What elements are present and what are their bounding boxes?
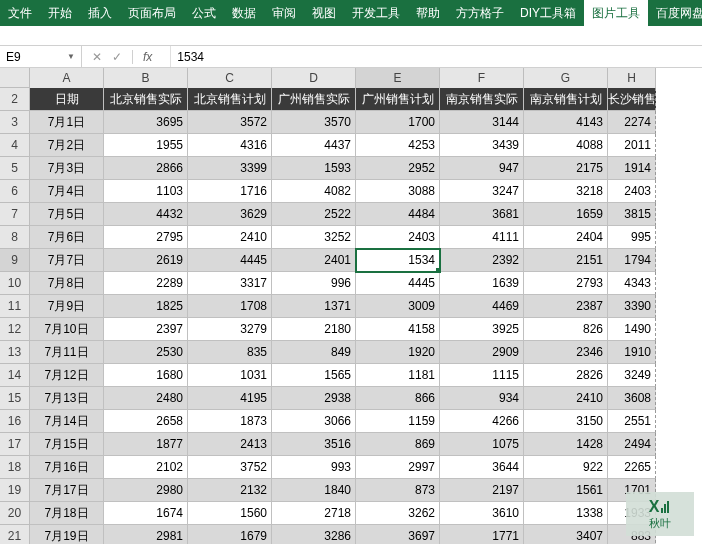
cell-10-H[interactable]: 4343 <box>608 272 656 295</box>
cell-11-H[interactable]: 3390 <box>608 295 656 318</box>
cell-8-G[interactable]: 2404 <box>524 226 608 249</box>
cell-6-H[interactable]: 2403 <box>608 180 656 203</box>
row-header-2[interactable]: 2 <box>0 88 30 111</box>
cell-13-E[interactable]: 1920 <box>356 341 440 364</box>
header-cell-1[interactable]: 北京销售实际 <box>104 88 188 111</box>
cell-6-D[interactable]: 4082 <box>272 180 356 203</box>
cell-11-B[interactable]: 1825 <box>104 295 188 318</box>
cell-18-C[interactable]: 3752 <box>188 456 272 479</box>
cell-8-D[interactable]: 3252 <box>272 226 356 249</box>
row-header-13[interactable]: 13 <box>0 341 30 364</box>
cell-10-B[interactable]: 2289 <box>104 272 188 295</box>
cell-4-C[interactable]: 4316 <box>188 134 272 157</box>
cell-9-B[interactable]: 2619 <box>104 249 188 272</box>
cell-17-B[interactable]: 1877 <box>104 433 188 456</box>
cell-15-E[interactable]: 866 <box>356 387 440 410</box>
cell-9-D[interactable]: 2401 <box>272 249 356 272</box>
ribbon-tab-5[interactable]: 数据 <box>224 0 264 26</box>
name-box-dropdown-icon[interactable]: ▼ <box>67 52 75 61</box>
cell-3-F[interactable]: 3144 <box>440 111 524 134</box>
cell-8-B[interactable]: 2795 <box>104 226 188 249</box>
cell-15-B[interactable]: 2480 <box>104 387 188 410</box>
cell-17-G[interactable]: 1428 <box>524 433 608 456</box>
cell-8-H[interactable]: 995 <box>608 226 656 249</box>
cell-6-B[interactable]: 1103 <box>104 180 188 203</box>
cell-7-G[interactable]: 1659 <box>524 203 608 226</box>
ribbon-tab-0[interactable]: 文件 <box>0 0 40 26</box>
cell-11-A[interactable]: 7月9日 <box>30 295 104 318</box>
cell-14-G[interactable]: 2826 <box>524 364 608 387</box>
cell-21-B[interactable]: 2981 <box>104 525 188 544</box>
row-header-14[interactable]: 14 <box>0 364 30 387</box>
row-header-4[interactable]: 4 <box>0 134 30 157</box>
cell-3-C[interactable]: 3572 <box>188 111 272 134</box>
cell-15-D[interactable]: 2938 <box>272 387 356 410</box>
cell-13-F[interactable]: 2909 <box>440 341 524 364</box>
cell-10-F[interactable]: 1639 <box>440 272 524 295</box>
cell-3-B[interactable]: 3695 <box>104 111 188 134</box>
cell-21-G[interactable]: 3407 <box>524 525 608 544</box>
cell-20-B[interactable]: 1674 <box>104 502 188 525</box>
cell-15-C[interactable]: 4195 <box>188 387 272 410</box>
cell-16-C[interactable]: 1873 <box>188 410 272 433</box>
name-box[interactable]: E9 ▼ <box>0 46 82 67</box>
cell-3-H[interactable]: 2274 <box>608 111 656 134</box>
cell-5-A[interactable]: 7月3日 <box>30 157 104 180</box>
cell-19-F[interactable]: 2197 <box>440 479 524 502</box>
row-header-20[interactable]: 20 <box>0 502 30 525</box>
row-header-21[interactable]: 21 <box>0 525 30 544</box>
cell-5-H[interactable]: 1914 <box>608 157 656 180</box>
cell-17-E[interactable]: 869 <box>356 433 440 456</box>
cell-13-G[interactable]: 2346 <box>524 341 608 364</box>
column-header-E[interactable]: E <box>356 68 440 88</box>
cell-20-G[interactable]: 1338 <box>524 502 608 525</box>
cell-16-F[interactable]: 4266 <box>440 410 524 433</box>
column-header-B[interactable]: B <box>104 68 188 88</box>
cell-4-B[interactable]: 1955 <box>104 134 188 157</box>
column-header-G[interactable]: G <box>524 68 608 88</box>
row-header-9[interactable]: 9 <box>0 249 30 272</box>
cell-13-D[interactable]: 849 <box>272 341 356 364</box>
cell-19-C[interactable]: 2132 <box>188 479 272 502</box>
cell-20-D[interactable]: 2718 <box>272 502 356 525</box>
cancel-icon[interactable]: ✕ <box>92 50 102 64</box>
cell-17-H[interactable]: 2494 <box>608 433 656 456</box>
row-header-11[interactable]: 11 <box>0 295 30 318</box>
cell-5-E[interactable]: 2952 <box>356 157 440 180</box>
cell-5-C[interactable]: 3399 <box>188 157 272 180</box>
cell-6-G[interactable]: 3218 <box>524 180 608 203</box>
row-header-5[interactable]: 5 <box>0 157 30 180</box>
cell-5-D[interactable]: 1593 <box>272 157 356 180</box>
cell-13-H[interactable]: 1910 <box>608 341 656 364</box>
cell-13-C[interactable]: 835 <box>188 341 272 364</box>
cell-16-H[interactable]: 2551 <box>608 410 656 433</box>
ribbon-tab-7[interactable]: 视图 <box>304 0 344 26</box>
ribbon-tab-2[interactable]: 插入 <box>80 0 120 26</box>
cell-6-F[interactable]: 3247 <box>440 180 524 203</box>
cell-9-H[interactable]: 1794 <box>608 249 656 272</box>
ribbon-tab-10[interactable]: 方方格子 <box>448 0 512 26</box>
cell-14-A[interactable]: 7月12日 <box>30 364 104 387</box>
column-header-H[interactable]: H <box>608 68 656 88</box>
cell-3-G[interactable]: 4143 <box>524 111 608 134</box>
cell-3-D[interactable]: 3570 <box>272 111 356 134</box>
cell-20-E[interactable]: 3262 <box>356 502 440 525</box>
cell-14-B[interactable]: 1680 <box>104 364 188 387</box>
cell-18-D[interactable]: 993 <box>272 456 356 479</box>
cell-17-D[interactable]: 3516 <box>272 433 356 456</box>
cell-18-F[interactable]: 3644 <box>440 456 524 479</box>
cell-12-C[interactable]: 3279 <box>188 318 272 341</box>
cell-4-G[interactable]: 4088 <box>524 134 608 157</box>
cell-12-F[interactable]: 3925 <box>440 318 524 341</box>
cell-21-E[interactable]: 3697 <box>356 525 440 544</box>
header-cell-0[interactable]: 日期 <box>30 88 104 111</box>
cell-8-F[interactable]: 4111 <box>440 226 524 249</box>
ribbon-tab-6[interactable]: 审阅 <box>264 0 304 26</box>
cell-7-H[interactable]: 3815 <box>608 203 656 226</box>
cell-14-D[interactable]: 1565 <box>272 364 356 387</box>
cell-18-H[interactable]: 2265 <box>608 456 656 479</box>
cell-19-E[interactable]: 873 <box>356 479 440 502</box>
cell-14-H[interactable]: 3249 <box>608 364 656 387</box>
cell-21-C[interactable]: 1679 <box>188 525 272 544</box>
cell-14-C[interactable]: 1031 <box>188 364 272 387</box>
